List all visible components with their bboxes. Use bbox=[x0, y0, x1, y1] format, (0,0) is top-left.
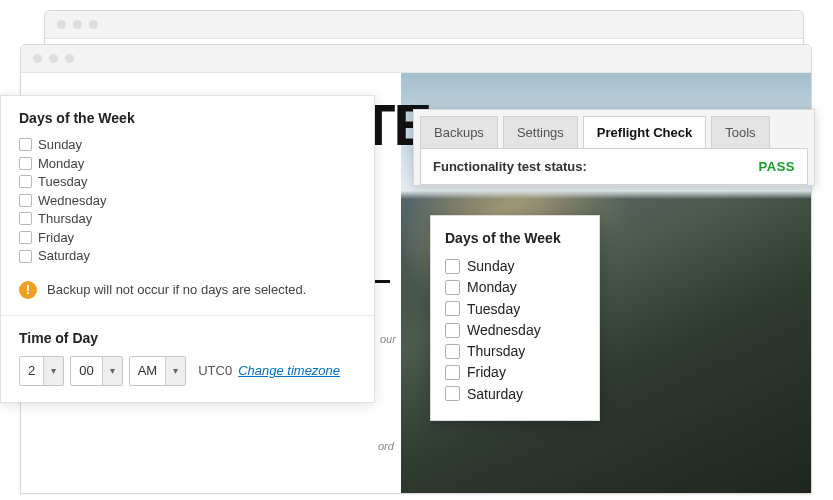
day-item[interactable]: Saturday bbox=[19, 247, 356, 265]
chevron-down-icon[interactable]: ▾ bbox=[165, 357, 185, 385]
window-dot bbox=[65, 54, 74, 63]
day-item[interactable]: Friday bbox=[19, 229, 356, 247]
chevron-down-icon[interactable]: ▾ bbox=[43, 357, 63, 385]
day-item[interactable]: Sunday bbox=[19, 136, 356, 154]
day-label: Thursday bbox=[467, 341, 525, 361]
day-checkbox[interactable] bbox=[445, 386, 460, 401]
day-label: Saturday bbox=[38, 247, 90, 265]
day-label: Thursday bbox=[38, 210, 92, 228]
days-section: Days of the Week SundayMondayTuesdayWedn… bbox=[1, 96, 374, 316]
tabs-row: Backups Settings Preflight Check Tools bbox=[420, 116, 808, 148]
day-item[interactable]: Tuesday bbox=[19, 173, 356, 191]
warning-icon: ! bbox=[19, 281, 37, 299]
day-item[interactable]: Friday bbox=[445, 362, 585, 382]
hour-select[interactable]: 2 ▾ bbox=[19, 356, 64, 386]
timezone-label: UTC0 bbox=[198, 363, 232, 378]
day-label: Saturday bbox=[467, 384, 523, 404]
day-checkbox[interactable] bbox=[445, 323, 460, 338]
day-label: Friday bbox=[467, 362, 506, 382]
text-fragment: our bbox=[380, 333, 396, 345]
day-checkbox[interactable] bbox=[19, 194, 32, 207]
section-title: Days of the Week bbox=[19, 110, 356, 126]
tab-settings[interactable]: Settings bbox=[503, 116, 578, 148]
day-item[interactable]: Thursday bbox=[445, 341, 585, 361]
status-value: PASS bbox=[759, 159, 795, 174]
ampm-select[interactable]: AM ▾ bbox=[129, 356, 187, 386]
day-label: Wednesday bbox=[467, 320, 541, 340]
day-label: Friday bbox=[38, 229, 74, 247]
day-checkbox[interactable] bbox=[445, 344, 460, 359]
status-row: Functionality test status: PASS bbox=[420, 148, 808, 185]
day-label: Sunday bbox=[467, 256, 514, 276]
section-title: Time of Day bbox=[19, 330, 356, 346]
chrome-bar bbox=[21, 45, 811, 73]
window-dot bbox=[57, 20, 66, 29]
window-dot bbox=[49, 54, 58, 63]
day-checkbox[interactable] bbox=[445, 259, 460, 274]
day-item[interactable]: Wednesday bbox=[19, 192, 356, 210]
tab-backups[interactable]: Backups bbox=[420, 116, 498, 148]
day-checkbox[interactable] bbox=[19, 250, 32, 263]
day-list: SundayMondayTuesdayWednesdayThursdayFrid… bbox=[19, 136, 356, 265]
day-list: SundayMondayTuesdayWednesdayThursdayFrid… bbox=[445, 256, 585, 404]
window-dot bbox=[89, 20, 98, 29]
time-row: 2 ▾ 00 ▾ AM ▾ UTC0 Change timezone bbox=[19, 356, 356, 386]
day-checkbox[interactable] bbox=[445, 301, 460, 316]
day-label: Sunday bbox=[38, 136, 82, 154]
day-item[interactable]: Sunday bbox=[445, 256, 585, 276]
day-label: Monday bbox=[38, 155, 84, 173]
day-checkbox[interactable] bbox=[19, 175, 32, 188]
window-dot bbox=[73, 20, 82, 29]
warning-text: Backup will not occur if no days are sel… bbox=[47, 282, 306, 297]
day-item[interactable]: Monday bbox=[19, 155, 356, 173]
chevron-down-icon[interactable]: ▾ bbox=[102, 357, 122, 385]
days-of-week-card: Days of the Week SundayMondayTuesdayWedn… bbox=[430, 215, 600, 421]
change-timezone-link[interactable]: Change timezone bbox=[238, 363, 340, 378]
tab-preflight-check[interactable]: Preflight Check bbox=[583, 116, 706, 148]
day-item[interactable]: Monday bbox=[445, 277, 585, 297]
window-dot bbox=[33, 54, 42, 63]
day-item[interactable]: Wednesday bbox=[445, 320, 585, 340]
day-checkbox[interactable] bbox=[19, 157, 32, 170]
day-item[interactable]: Thursday bbox=[19, 210, 356, 228]
day-checkbox[interactable] bbox=[19, 231, 32, 244]
minute-select[interactable]: 00 ▾ bbox=[70, 356, 122, 386]
tabs-panel: Backups Settings Preflight Check Tools F… bbox=[413, 109, 815, 186]
day-checkbox[interactable] bbox=[445, 365, 460, 380]
day-label: Tuesday bbox=[467, 299, 520, 319]
section-title: Days of the Week bbox=[445, 230, 585, 246]
day-label: Monday bbox=[467, 277, 517, 297]
warning-row: ! Backup will not occur if no days are s… bbox=[19, 281, 356, 299]
day-label: Wednesday bbox=[38, 192, 106, 210]
day-checkbox[interactable] bbox=[445, 280, 460, 295]
day-checkbox[interactable] bbox=[19, 138, 32, 151]
day-label: Tuesday bbox=[38, 173, 87, 191]
day-checkbox[interactable] bbox=[19, 212, 32, 225]
chrome-bar bbox=[45, 11, 803, 39]
settings-panel: Days of the Week SundayMondayTuesdayWedn… bbox=[0, 95, 375, 403]
minute-value: 00 bbox=[71, 363, 101, 378]
day-item[interactable]: Saturday bbox=[445, 384, 585, 404]
day-item[interactable]: Tuesday bbox=[445, 299, 585, 319]
ampm-value: AM bbox=[130, 363, 166, 378]
status-label: Functionality test status: bbox=[433, 159, 587, 174]
time-section: Time of Day 2 ▾ 00 ▾ AM ▾ UTC0 Change ti… bbox=[1, 316, 374, 402]
text-fragment: ord bbox=[378, 440, 394, 452]
tab-tools[interactable]: Tools bbox=[711, 116, 769, 148]
hour-value: 2 bbox=[20, 363, 43, 378]
